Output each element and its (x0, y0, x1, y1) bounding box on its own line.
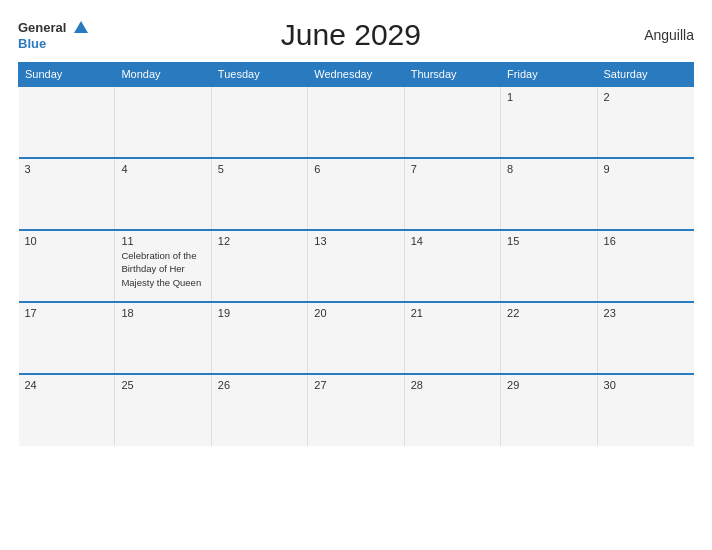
week-row-5: 24252627282930 (19, 374, 694, 446)
day-number: 11 (121, 235, 204, 247)
day-number: 26 (218, 379, 301, 391)
calendar-cell: 27 (308, 374, 404, 446)
calendar-cell: 24 (19, 374, 115, 446)
calendar-cell: 30 (597, 374, 693, 446)
calendar-cell (308, 86, 404, 158)
day-number: 21 (411, 307, 494, 319)
calendar-cell: 12 (211, 230, 307, 302)
calendar-cell: 10 (19, 230, 115, 302)
calendar-cell: 13 (308, 230, 404, 302)
calendar-cell: 28 (404, 374, 500, 446)
calendar-table: SundayMondayTuesdayWednesdayThursdayFrid… (18, 62, 694, 446)
calendar-cell: 20 (308, 302, 404, 374)
calendar-cell: 16 (597, 230, 693, 302)
weekday-header-sunday: Sunday (19, 63, 115, 87)
logo-general-text: General (18, 20, 66, 35)
day-number: 17 (25, 307, 109, 319)
day-number: 8 (507, 163, 590, 175)
day-number: 5 (218, 163, 301, 175)
calendar-page: General Blue June 2029 Anguilla SundayMo… (0, 0, 712, 550)
weekday-header-friday: Friday (501, 63, 597, 87)
calendar-cell: 26 (211, 374, 307, 446)
day-number: 1 (507, 91, 590, 103)
calendar-cell: 5 (211, 158, 307, 230)
calendar-cell: 15 (501, 230, 597, 302)
day-number: 13 (314, 235, 397, 247)
day-number: 22 (507, 307, 590, 319)
logo: General Blue (18, 19, 88, 51)
calendar-cell: 29 (501, 374, 597, 446)
calendar-cell: 11Celebration of the Birthday of Her Maj… (115, 230, 211, 302)
weekday-header-wednesday: Wednesday (308, 63, 404, 87)
weekday-header-tuesday: Tuesday (211, 63, 307, 87)
calendar-cell: 1 (501, 86, 597, 158)
calendar-cell: 21 (404, 302, 500, 374)
calendar-cell: 17 (19, 302, 115, 374)
calendar-cell: 7 (404, 158, 500, 230)
day-number: 9 (604, 163, 688, 175)
logo-triangle-icon (74, 21, 88, 33)
calendar-cell: 2 (597, 86, 693, 158)
calendar-header: SundayMondayTuesdayWednesdayThursdayFrid… (19, 63, 694, 87)
day-number: 19 (218, 307, 301, 319)
calendar-cell (211, 86, 307, 158)
day-number: 4 (121, 163, 204, 175)
logo-blue-text: Blue (18, 36, 46, 51)
calendar-title: June 2029 (88, 18, 614, 52)
day-number: 28 (411, 379, 494, 391)
day-number: 7 (411, 163, 494, 175)
calendar-cell: 4 (115, 158, 211, 230)
weekday-header-saturday: Saturday (597, 63, 693, 87)
day-number: 25 (121, 379, 204, 391)
calendar-cell: 14 (404, 230, 500, 302)
week-row-4: 17181920212223 (19, 302, 694, 374)
day-number: 3 (25, 163, 109, 175)
calendar-cell: 9 (597, 158, 693, 230)
week-row-1: 12 (19, 86, 694, 158)
calendar-cell: 22 (501, 302, 597, 374)
calendar-cell: 25 (115, 374, 211, 446)
calendar-event: Celebration of the Birthday of Her Majes… (121, 250, 201, 288)
day-number: 18 (121, 307, 204, 319)
weekday-header-thursday: Thursday (404, 63, 500, 87)
calendar-cell: 23 (597, 302, 693, 374)
calendar-cell: 19 (211, 302, 307, 374)
day-number: 30 (604, 379, 688, 391)
calendar-body: 1234567891011Celebration of the Birthday… (19, 86, 694, 446)
day-number: 16 (604, 235, 688, 247)
weekday-header-row: SundayMondayTuesdayWednesdayThursdayFrid… (19, 63, 694, 87)
calendar-cell (115, 86, 211, 158)
day-number: 2 (604, 91, 688, 103)
day-number: 24 (25, 379, 109, 391)
day-number: 12 (218, 235, 301, 247)
calendar-cell: 3 (19, 158, 115, 230)
calendar-cell: 6 (308, 158, 404, 230)
day-number: 6 (314, 163, 397, 175)
week-row-2: 3456789 (19, 158, 694, 230)
day-number: 10 (25, 235, 109, 247)
country-label: Anguilla (614, 27, 694, 43)
day-number: 23 (604, 307, 688, 319)
calendar-cell: 18 (115, 302, 211, 374)
day-number: 15 (507, 235, 590, 247)
header: General Blue June 2029 Anguilla (18, 18, 694, 52)
calendar-cell: 8 (501, 158, 597, 230)
day-number: 20 (314, 307, 397, 319)
day-number: 29 (507, 379, 590, 391)
day-number: 14 (411, 235, 494, 247)
logo-top: General (18, 19, 88, 35)
week-row-3: 1011Celebration of the Birthday of Her M… (19, 230, 694, 302)
weekday-header-monday: Monday (115, 63, 211, 87)
calendar-cell (19, 86, 115, 158)
calendar-cell (404, 86, 500, 158)
day-number: 27 (314, 379, 397, 391)
